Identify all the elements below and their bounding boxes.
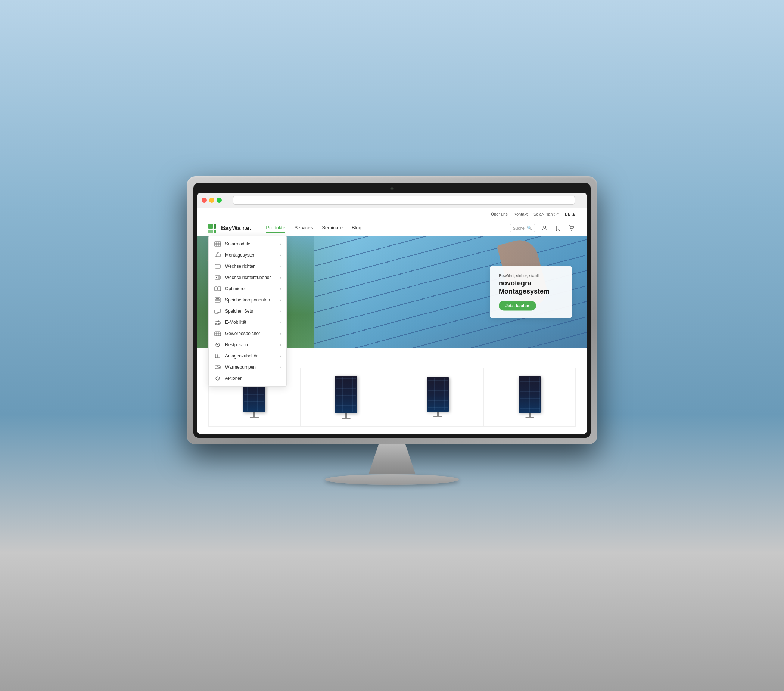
menu-label-solarmodule: Solarmodule [225,241,250,247]
main-nav: BayWa r.e. Produkte Services Seminare Bl… [197,220,587,236]
nav-link-blog[interactable]: Blog [352,223,361,233]
hero-card-title: novotegra Montagesystem [499,279,563,295]
svg-rect-19 [218,287,221,290]
search-box[interactable]: Suche 🔍 [510,224,535,232]
restposten-icon: % [214,342,221,348]
search-icon: 🔍 [527,226,532,231]
chevron-right-icon: › [280,298,281,302]
svg-rect-12 [215,264,220,268]
menu-item-wechselrichterzubehor[interactable]: Wechselrichterzubehör › [209,272,287,283]
address-bar[interactable] [233,196,575,204]
hero-card-buy-button[interactable]: Jetzt kaufen [499,301,536,311]
svg-rect-3 [215,242,221,246]
hero-card: Bewährt, sicher, stabil novotegra Montag… [490,266,572,318]
user-icon[interactable] [540,224,549,233]
e-mobilitaet-icon [214,319,221,325]
cart-icon[interactable] [567,224,576,233]
svg-point-0 [544,226,546,228]
menu-label-wechselrichter: Wechselrichter [225,264,255,269]
svg-point-44 [216,377,217,378]
dropdown-menu: Solarmodule › [208,236,287,387]
solar-panel-product-3 [427,377,449,412]
chevron-right-icon: › [280,320,281,325]
menu-label-speicherkomponenten: Speicherkomponenten [225,297,270,303]
browser-window: Über uns Kontakt Solar-Planit ↗ DE ▲ [197,193,587,434]
menu-item-e-mobilitaet[interactable]: E-Mobilität › [209,317,287,328]
browser-chrome [197,193,587,208]
svg-rect-30 [215,332,221,336]
site-logo[interactable]: BayWa r.e. [208,224,251,233]
chevron-right-icon: › [280,343,281,347]
menu-item-anlagenzubehor[interactable]: Anlagenzubehör › [209,350,287,361]
anlagenzubehor-icon [214,353,221,359]
product-card-4[interactable] [484,368,576,427]
utility-link-solar-planit[interactable]: Solar-Planit ↗ [534,210,559,218]
external-link-icon: ↗ [556,212,559,216]
chevron-right-icon: › [280,309,281,313]
svg-rect-8 [215,254,220,257]
utility-link-ueber-uns[interactable]: Über uns [491,210,508,218]
menu-item-montagesystem[interactable]: Montagesystem › [209,249,287,261]
utility-bar: Über uns Kontakt Solar-Planit ↗ DE ▲ [197,208,587,220]
nav-links: Produkte Services Seminare Blog [266,223,509,233]
nav-link-services[interactable]: Services [294,223,313,233]
close-button[interactable] [202,198,207,203]
bookmark-icon[interactable] [554,224,562,233]
solar-panel-product-4 [519,376,541,413]
svg-point-45 [218,379,219,379]
chevron-right-icon: › [280,253,281,257]
nav-right: Suche 🔍 [510,224,576,233]
svg-rect-27 [215,322,220,324]
menu-item-solarmodule[interactable]: Solarmodule › [209,238,287,249]
monitor-base [325,474,459,485]
chevron-right-icon: › [280,275,281,280]
screen-bezel: Über uns Kontakt Solar-Planit ↗ DE ▲ [193,183,591,438]
menu-item-speicherkomponenten[interactable]: Speicherkomponenten › [209,294,287,305]
site-content: Über uns Kontakt Solar-Planit ↗ DE ▲ [197,208,587,434]
wechselrichter-icon [214,263,221,269]
solar-panel-product-2 [335,376,357,413]
menu-label-optimierer: Optimierer [225,286,246,291]
language-selector[interactable]: DE ▲ [565,212,576,216]
menu-label-restposten: Restposten [225,342,248,347]
speicherkomponenten-icon [214,297,221,303]
minimize-button[interactable] [209,198,214,203]
menu-item-wechselrichter[interactable]: Wechselrichter › [209,261,287,272]
montagesystem-icon [214,252,221,258]
product-card-2[interactable] [300,368,392,427]
menu-item-waermepumpen[interactable]: Wärmepumpen › [209,361,287,373]
chevron-up-icon: ▲ [572,212,576,216]
menu-label-gewerbespeicher: Gewerbespeicher [225,331,260,336]
traffic-lights [202,198,222,203]
svg-point-2 [573,230,573,231]
solarmodule-icon [214,241,221,247]
product-card-3[interactable] [392,368,484,427]
menu-label-wechselrichterzubehor: Wechselrichterzubehör [225,275,271,280]
menu-label-aktionen: Aktionen [225,376,243,381]
menu-label-e-mobilitaet: E-Mobilität [225,320,246,325]
aktionen-icon [214,375,221,381]
menu-label-waermepumpen: Wärmepumpen [225,364,256,370]
nav-link-produkte[interactable]: Produkte [266,223,285,233]
menu-item-gewerbespeicher[interactable]: Gewerbespeicher › [209,328,287,339]
fullscreen-button[interactable] [217,198,222,203]
wechselrichterzubehor-icon [214,275,221,280]
svg-text:%: % [216,343,218,345]
svg-point-1 [571,230,572,231]
gewerbespeicher-icon [214,331,221,336]
webcam [390,187,394,190]
menu-item-optimierer[interactable]: Optimierer › [209,283,287,294]
logo-icon [208,224,219,233]
speicher-sets-icon [214,308,221,314]
nav-link-seminare[interactable]: Seminare [322,223,343,233]
menu-item-speicher-sets[interactable]: Speicher Sets › [209,305,287,317]
chevron-right-icon: › [280,331,281,336]
svg-rect-26 [217,309,221,312]
chevron-right-icon: › [280,242,281,246]
monitor-frame: Über uns Kontakt Solar-Planit ↗ DE ▲ [187,176,597,444]
menu-item-restposten[interactable]: % Restposten › [209,339,287,350]
utility-link-kontakt[interactable]: Kontakt [514,210,527,218]
menu-item-aktionen[interactable]: Aktionen [209,373,287,384]
monitor-stand [358,444,426,474]
menu-label-anlagenzubehor: Anlagenzubehör [225,353,258,359]
